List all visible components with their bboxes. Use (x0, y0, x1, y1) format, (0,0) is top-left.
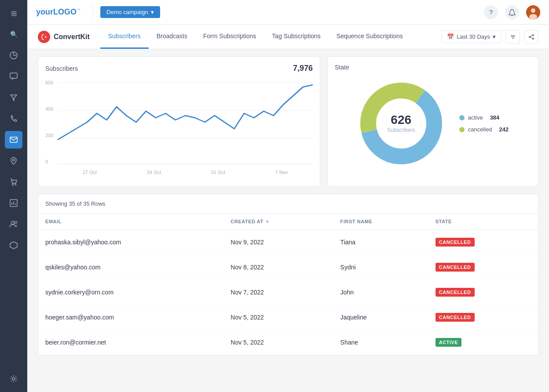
state-chart-card: State 626 Subscribers (327, 56, 538, 187)
table-info: Showing 35 of 35 Rows (38, 194, 538, 214)
cell-state: CANCELLED (428, 255, 538, 280)
cancelled-label: cancelled (468, 126, 492, 133)
active-count: 384 (490, 114, 500, 121)
table-row-count: Showing 35 of 35 Rows (45, 200, 106, 207)
sidebar-item-reports[interactable] (5, 194, 22, 212)
svg-point-15 (531, 8, 535, 13)
user-avatar[interactable] (526, 5, 540, 19)
sidebar-item-integrations[interactable] (5, 236, 22, 254)
cell-first-name: Tiana (333, 230, 428, 255)
sidebar-item-chat[interactable] (5, 68, 22, 85)
x-label-31oct: 31 Oct (211, 170, 225, 175)
x-label-7nov: 7 Nov (275, 170, 288, 175)
table-row: sydnie.corkery@orn.com Nov 7, 2022 John … (38, 280, 538, 305)
chart-header: Subscribers 7,976 (45, 64, 313, 73)
donut-center: 626 Subscribers (387, 114, 415, 133)
main-container: yourLOGO™ Demo campaign ▾ ? ConvertKit (27, 0, 549, 392)
svg-point-16 (529, 14, 537, 19)
table-row: prohaska.sibyl@yahoo.com Nov 9, 2022 Tia… (38, 230, 538, 255)
subscribers-chart-card: Subscribers 7,976 600 400 200 0 (38, 56, 320, 187)
demo-campaign-button[interactable]: Demo campaign ▾ (100, 6, 160, 18)
topbar-right: ? (484, 5, 540, 19)
brand-name: ConvertKit (54, 33, 90, 41)
sidebar: ⊞ 🔍 (0, 0, 27, 392)
share-icon[interactable] (524, 30, 538, 44)
cell-state: CANCELLED (428, 305, 538, 330)
cell-created-at: Nov 5, 2022 (223, 305, 333, 330)
status-badge: CANCELLED (436, 288, 475, 297)
svg-marker-12 (10, 242, 17, 249)
sidebar-item-cart[interactable] (5, 173, 22, 191)
sidebar-item-email[interactable] (5, 131, 22, 149)
help-icon[interactable]: ? (484, 5, 498, 19)
svg-point-3 (13, 159, 15, 161)
tab-tag-subscriptions[interactable]: Tag Subscriptions (264, 25, 329, 49)
cell-state: CANCELLED (428, 230, 538, 255)
table-row: beier.ron@cormier.net Nov 5, 2022 Shane … (38, 330, 538, 355)
subnav-right: 📅 Last 30 Days ▾ (441, 30, 538, 44)
convertkit-logo-icon (38, 31, 50, 43)
svg-point-11 (15, 221, 17, 224)
table-card: Showing 35 of 35 Rows EMAIL CREATED AT ▼ (38, 194, 538, 356)
sidebar-item-phone[interactable] (5, 110, 22, 127)
svg-rect-1 (10, 73, 17, 78)
status-badge: CANCELLED (436, 238, 475, 247)
sidebar-item-home[interactable]: ⊞ (5, 4, 22, 22)
sidebar-item-location[interactable] (5, 152, 22, 170)
svg-rect-2 (10, 137, 17, 142)
status-badge: CANCELLED (436, 313, 475, 322)
cell-first-name: Shane (333, 330, 428, 355)
cell-created-at: Nov 8, 2022 (223, 255, 333, 280)
cancelled-dot (459, 127, 465, 132)
topbar: yourLOGO™ Demo campaign ▾ ? (27, 0, 549, 25)
sidebar-item-users[interactable] (5, 215, 22, 233)
col-created-at[interactable]: CREATED AT ▼ (223, 214, 333, 230)
logo: yourLOGO™ (36, 7, 81, 17)
charts-section: Subscribers 7,976 600 400 200 0 (27, 49, 549, 194)
donut-chart: 626 Subscribers (357, 80, 445, 167)
table-row: hoeger.sam@yahoo.com Nov 5, 2022 Jaqueli… (38, 305, 538, 330)
cell-email: hoeger.sam@yahoo.com (38, 305, 223, 330)
data-table: EMAIL CREATED AT ▼ FIRST NAME (38, 214, 538, 355)
cell-email: beier.ron@cormier.net (38, 330, 223, 355)
tab-broadcasts[interactable]: Broadcasts (149, 25, 195, 49)
sidebar-item-search[interactable]: 🔍 (5, 25, 22, 43)
sidebar-item-settings[interactable] (5, 370, 22, 388)
subscribers-chart-total: 7,976 (293, 64, 313, 73)
date-range-label: Last 30 Days (457, 33, 490, 40)
demo-campaign-label: Demo campaign (106, 9, 148, 15)
filter-icon[interactable] (506, 30, 520, 44)
cell-email: prohaska.sibyl@yahoo.com (38, 230, 223, 255)
status-badge: CANCELLED (436, 263, 475, 272)
col-first-name: FIRST NAME (333, 214, 428, 230)
active-label: active (468, 114, 483, 121)
cell-state: CANCELLED (428, 280, 538, 305)
sidebar-item-funnel[interactable] (5, 89, 22, 106)
state-legend: active 384 cancelled 242 (459, 114, 509, 133)
tab-form-subscriptions[interactable]: Form Subscriptions (195, 25, 264, 49)
table-section: Showing 35 of 35 Rows EMAIL CREATED AT ▼ (27, 194, 549, 392)
svg-point-5 (15, 184, 16, 185)
calendar-icon: 📅 (447, 33, 454, 40)
active-dot (459, 115, 465, 120)
state-chart-title: State (335, 64, 349, 71)
tab-sequence-subscriptions[interactable]: Sequence Subscriptions (329, 25, 411, 49)
status-badge: ACTIVE (436, 338, 462, 347)
cell-created-at: Nov 7, 2022 (223, 280, 333, 305)
col-email: EMAIL (38, 214, 223, 230)
state-chart-content: 626 Subscribers active 384 cancelled (335, 76, 531, 171)
donut-label: Subscribers (387, 127, 415, 133)
cell-email: qskiles@yahoo.com (38, 255, 223, 280)
cell-first-name: Jaqueline (333, 305, 428, 330)
line-chart-svg (45, 78, 313, 166)
svg-point-10 (11, 221, 15, 225)
date-range-button[interactable]: 📅 Last 30 Days ▾ (441, 30, 501, 43)
cell-created-at: Nov 5, 2022 (223, 330, 333, 355)
tab-subscribers[interactable]: Subscribers (100, 25, 149, 49)
sidebar-item-dashboard[interactable] (5, 47, 22, 64)
brand-logo: ConvertKit (38, 31, 90, 43)
svg-point-20 (533, 34, 534, 36)
legend-active: active 384 (459, 114, 509, 121)
table-row: qskiles@yahoo.com Nov 8, 2022 Sydni CANC… (38, 255, 538, 280)
notifications-icon[interactable] (505, 5, 519, 19)
